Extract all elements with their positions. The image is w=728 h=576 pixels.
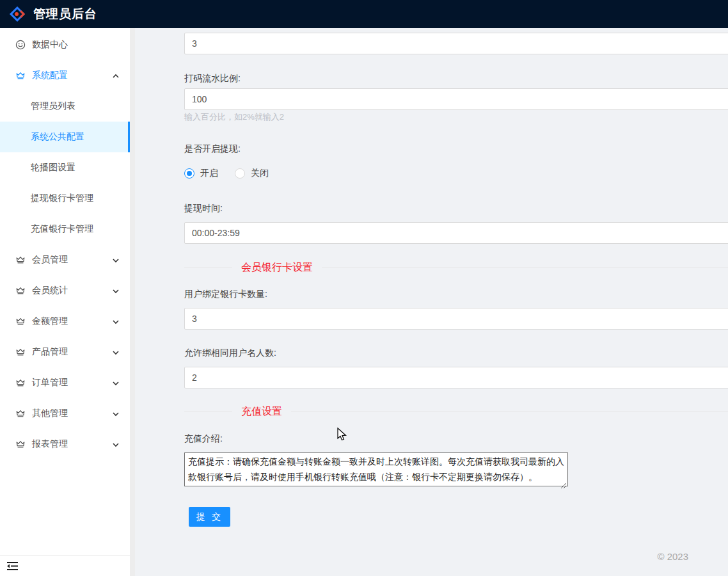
daima-ratio-input[interactable] [184,88,728,110]
crown-icon [15,408,26,419]
app-header: 管理员后台 [0,0,728,28]
sidebar-item-system-config[interactable]: 系统配置 [0,60,130,91]
chevron-down-icon [112,410,120,417]
sidebar-subitem-label: 提现银行卡管理 [31,193,93,204]
chevron-down-icon [112,348,120,356]
withdraw-time-label: 提现时间: [184,202,728,215]
sidebar-subitem-label: 充值银行卡管理 [31,223,93,235]
submit-button[interactable]: 提 交 [189,507,230,527]
radio-off-label: 关闭 [251,168,269,179]
chevron-up-icon [112,72,120,79]
top-number-input[interactable] [184,33,728,54]
sidebar-footer [0,555,130,576]
radio-unchecked-icon [235,168,245,179]
daima-ratio-label: 打码流水比例: [184,72,728,85]
copyright-text: © 2023 [657,551,688,562]
sidebar-item-product-management[interactable]: 产品管理 [0,337,130,367]
crown-icon [15,439,26,449]
sidebar-item-label: 系统配置 [32,70,68,81]
same-name-count-label: 允许绑相同用户名人数: [184,346,728,360]
sidebar-item-label: 订单管理 [32,377,68,388]
bind-card-count-input[interactable] [184,308,728,330]
sidebar-item-label: 会员管理 [32,254,68,266]
bind-card-count-label: 用户绑定银行卡数量: [184,287,728,301]
withdraw-switch-label: 是否开启提现: [184,142,728,156]
chevron-down-icon [112,317,120,325]
sidebar-item-report-management[interactable]: 报表管理 [0,429,130,460]
main-content: 打码流水比例: 输入百分比，如2%就输入2 是否开启提现: 开启 关闭 提现时间… [135,28,728,576]
radio-checked-icon [184,168,194,179]
crown-icon [15,70,26,81]
recharge-intro-label: 充值介绍: [184,432,728,445]
sidebar: 数据中心 系统配置 管理员列表 系统公共配置 轮播图设置 提现银行卡管理 充值银… [0,28,130,576]
withdraw-switch-group: 开启 关闭 [184,167,728,180]
sidebar-subitem-withdraw-bankcard[interactable]: 提现银行卡管理 [0,183,130,214]
sidebar-item-member-management[interactable]: 会员管理 [0,244,130,275]
sidebar-item-label: 报表管理 [32,438,68,450]
withdraw-time-input[interactable] [184,222,728,244]
chevron-down-icon [112,379,120,387]
recharge-intro-textarea[interactable]: 充值提示：请确保充值金额与转账金额一致并及时上次转账详图。每次充值请获取我司最新… [184,452,568,486]
daima-ratio-hint: 输入百分比，如2%就输入2 [184,113,728,122]
radio-option-on[interactable]: 开启 [184,168,218,179]
sidebar-subitem-system-public-config[interactable]: 系统公共配置 [0,122,130,152]
sidebar-scrollbar[interactable] [130,28,135,576]
crown-icon [15,347,26,357]
sidebar-subitem-recharge-bankcard[interactable]: 充值银行卡管理 [0,214,130,244]
sidebar-item-label: 数据中心 [32,39,68,51]
sidebar-item-label: 会员统计 [32,285,68,296]
chevron-down-icon [112,287,120,294]
app-logo-icon [8,4,27,24]
same-name-count-input[interactable] [184,367,728,388]
menu-fold-icon[interactable] [6,561,19,572]
system-config-form: 打码流水比例: 输入百分比，如2%就输入2 是否开启提现: 开启 关闭 提现时间… [135,28,728,527]
section-divider-bankcard: 会员银行卡设置 [184,262,728,273]
chevron-down-icon [112,256,120,264]
crown-icon [15,255,26,265]
sidebar-item-order-management[interactable]: 订单管理 [0,367,130,398]
smile-icon [15,40,26,50]
sidebar-item-other-management[interactable]: 其他管理 [0,398,130,429]
sidebar-subitem-label: 系统公共配置 [31,131,84,143]
sidebar-item-label: 其他管理 [32,408,68,419]
section-divider-recharge: 充值设置 [184,406,728,417]
recharge-intro-wrapper: 充值提示：请确保充值金额与转账金额一致并及时上次转账详图。每次充值请获取我司最新… [184,452,568,489]
section-title-bankcard: 会员银行卡设置 [232,261,322,275]
sidebar-subitem-admin-list[interactable]: 管理员列表 [0,91,130,122]
sidebar-item-member-statistics[interactable]: 会员统计 [0,275,130,306]
sidebar-subitem-label: 管理员列表 [31,100,75,112]
sidebar-item-data-center[interactable]: 数据中心 [0,29,130,60]
chevron-down-icon [112,440,120,448]
app-title: 管理员后台 [33,6,97,22]
sidebar-subitem-label: 轮播图设置 [31,162,75,173]
sidebar-item-label: 金额管理 [32,316,68,327]
crown-icon [15,378,26,388]
sidebar-subitem-carousel-settings[interactable]: 轮播图设置 [0,152,130,183]
sidebar-item-label: 产品管理 [32,346,68,358]
crown-icon [15,285,26,296]
section-title-recharge: 充值设置 [232,405,291,419]
sidebar-item-amount-management[interactable]: 金额管理 [0,306,130,337]
radio-on-label: 开启 [200,168,218,179]
crown-icon [15,316,26,326]
radio-option-off[interactable]: 关闭 [235,168,269,179]
